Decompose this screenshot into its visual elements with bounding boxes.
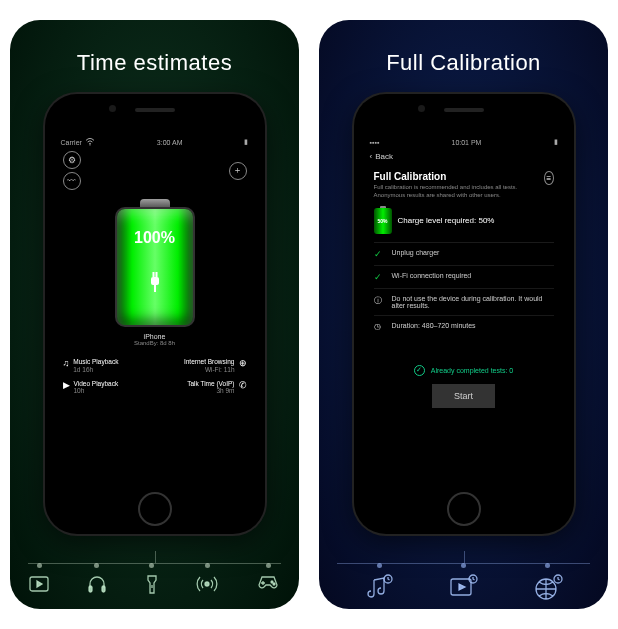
step-text: Unplug charger — [392, 249, 440, 256]
status-battery-icon: ▮ — [554, 138, 558, 146]
estimate-label: Internet Browsing — [184, 358, 235, 365]
estimate-label: Talk Time (VoIP) — [187, 380, 234, 387]
info-icon: ⓘ — [374, 295, 384, 306]
step-warning: ⓘ Do not use the device during calibrati… — [374, 289, 554, 316]
menu-icon: ≡ — [546, 174, 551, 183]
back-label: Back — [375, 152, 393, 161]
settings-button[interactable]: ⚙ — [63, 151, 81, 169]
battery-display: 100% iPhone StandBy: 8d 8h — [55, 193, 255, 348]
stats-button[interactable]: 〰 — [63, 172, 81, 190]
estimate-label: Music Playback — [73, 358, 118, 365]
step-duration: ◷ Duration: 480–720 minutes — [374, 316, 554, 337]
screen-description: Full calibration is recommended and incl… — [374, 184, 544, 200]
status-bar: ▪▪▪▪ 10:01 PM ▮ — [364, 136, 564, 148]
standby-value: 8d 8h — [160, 340, 175, 346]
card-title: Full Calibration — [386, 50, 541, 76]
standby-label: StandBy: — [134, 340, 158, 346]
step-unplug: ✓ Unplug charger — [374, 243, 554, 266]
phone-icon: ✆ — [239, 380, 247, 390]
footer-connector — [10, 551, 299, 609]
signal-icon: ▪▪▪▪ — [370, 139, 380, 146]
globe-icon: ⊕ — [239, 358, 247, 368]
gamepad-icon — [255, 574, 281, 592]
video-icon — [28, 574, 50, 594]
status-time: 10:01 PM — [451, 139, 481, 146]
check-icon: ✓ — [374, 272, 384, 282]
flashlight-icon — [144, 574, 160, 596]
status-bar: Carrier 3:00 AM ▮ — [55, 136, 255, 148]
estimate-talk[interactable]: Talk Time (VoIP)3h 9m ✆ — [157, 380, 247, 396]
svg-point-13 — [273, 583, 275, 585]
top-controls: ⚙ 〰 ＋ — [55, 148, 255, 193]
estimate-video[interactable]: ▶ Video Playback10h — [63, 380, 153, 396]
wifi-icon — [85, 138, 95, 146]
completed-text: Already completed tests: 0 — [431, 367, 514, 374]
requirement-charge: 50% Charge level required: 50% — [374, 200, 554, 243]
chevron-left-icon: ‹ — [370, 152, 373, 161]
chart-icon: 〰 — [67, 176, 76, 186]
step-text: Do not use the device during calibration… — [392, 295, 554, 309]
carrier-label: Carrier — [61, 139, 82, 146]
card-title: Time estimates — [77, 50, 232, 76]
promo-card-full-calibration: Full Calibration ▪▪▪▪ 10:01 PM ▮ ‹ Back … — [319, 20, 608, 609]
svg-rect-4 — [154, 285, 156, 292]
status-time: 3:00 AM — [157, 139, 183, 146]
estimate-label: Video Playback — [74, 380, 119, 387]
svg-rect-1 — [151, 277, 159, 285]
estimates-grid: ♫ Music Playback1d 16h Internet Browsing… — [55, 348, 255, 395]
estimate-browsing[interactable]: Internet BrowsingWi-Fi: 11h ⊕ — [157, 358, 247, 374]
add-button[interactable]: ＋ — [229, 162, 247, 180]
status-battery-icon: ▮ — [244, 138, 248, 146]
check-icon: ✓ — [374, 249, 384, 259]
requirement-text: Charge level required: 50% — [398, 216, 495, 225]
estimate-value: 3h 9m — [216, 387, 234, 394]
plug-icon — [146, 271, 164, 293]
home-button[interactable] — [138, 492, 172, 526]
globe-clock-icon — [533, 574, 563, 602]
headphones-icon — [86, 574, 108, 594]
estimate-music[interactable]: ♫ Music Playback1d 16h — [63, 358, 153, 374]
svg-rect-6 — [89, 586, 92, 592]
gear-icon: ⚙ — [68, 155, 76, 165]
estimate-value: Wi-Fi: 11h — [205, 366, 235, 373]
phone-frame: Carrier 3:00 AM ▮ ⚙ 〰 ＋ 100% — [45, 94, 265, 534]
check-circle-icon: ✓ — [414, 365, 425, 376]
promo-card-time-estimates: Time estimates Carrier 3:00 AM ▮ ⚙ 〰 ＋ — [10, 20, 299, 609]
svg-point-9 — [205, 582, 209, 586]
device-name: iPhone — [134, 333, 175, 340]
menu-button[interactable]: ≡ — [544, 171, 554, 185]
plus-icon: ＋ — [233, 164, 242, 177]
estimate-value: 10h — [74, 387, 85, 394]
start-button[interactable]: Start — [432, 384, 495, 408]
clock-icon: ◷ — [374, 322, 384, 331]
svg-point-12 — [271, 581, 273, 583]
app-screen-time-estimates: Carrier 3:00 AM ▮ ⚙ 〰 ＋ 100% — [55, 136, 255, 484]
back-button[interactable]: ‹ Back — [364, 148, 564, 165]
step-text: Duration: 480–720 minutes — [392, 322, 476, 329]
mini-battery-icon: 50% — [374, 208, 392, 234]
completed-tests: ✓ Already completed tests: 0 — [374, 365, 554, 376]
music-clock-icon — [364, 574, 394, 602]
step-wifi: ✓ Wi-Fi connection required — [374, 266, 554, 289]
video-icon: ▶ — [63, 380, 70, 390]
battery-percent: 100% — [117, 229, 193, 247]
estimate-value: 1d 16h — [73, 366, 93, 373]
step-text: Wi-Fi connection required — [392, 272, 472, 279]
music-icon: ♫ — [63, 358, 70, 368]
svg-rect-3 — [155, 272, 157, 277]
app-screen-calibration: ▪▪▪▪ 10:01 PM ▮ ‹ Back Full Calibration … — [364, 136, 564, 484]
svg-point-0 — [89, 144, 90, 145]
home-button[interactable] — [447, 492, 481, 526]
svg-rect-2 — [152, 272, 154, 277]
footer-connector — [319, 551, 608, 609]
screen-heading: Full Calibration — [374, 171, 544, 182]
video-clock-icon — [448, 574, 478, 600]
phone-frame: ▪▪▪▪ 10:01 PM ▮ ‹ Back Full Calibration … — [354, 94, 574, 534]
svg-rect-7 — [102, 586, 105, 592]
hotspot-icon — [195, 574, 219, 594]
